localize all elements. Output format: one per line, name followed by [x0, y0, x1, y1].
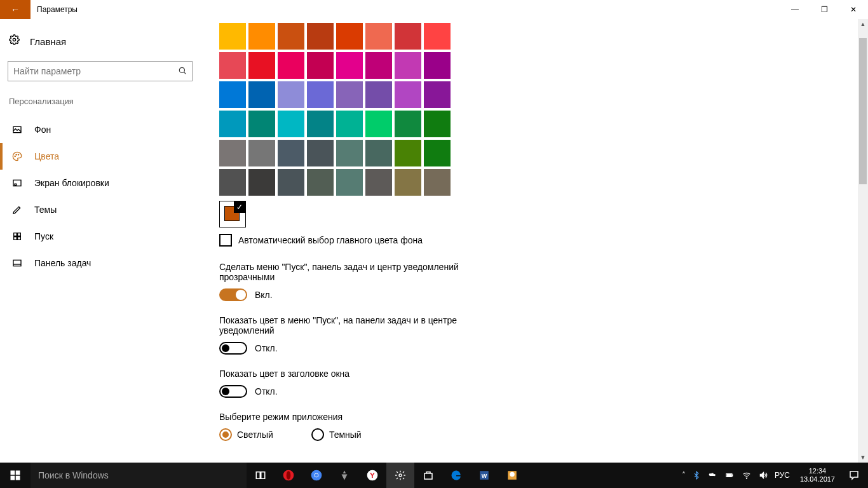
- taskbar-search[interactable]: Поиск в Windows: [31, 463, 247, 488]
- color-swatch[interactable]: [424, 169, 451, 196]
- app-mode-dark[interactable]: Темный: [311, 428, 362, 441]
- bluetooth-icon[interactable]: [692, 471, 701, 480]
- back-button[interactable]: ←: [0, 0, 31, 19]
- color-swatch[interactable]: [424, 23, 451, 50]
- color-swatch[interactable]: [395, 23, 421, 50]
- color-swatch[interactable]: [307, 169, 334, 196]
- battery-icon[interactable]: [724, 471, 735, 479]
- color-swatch[interactable]: [278, 81, 304, 108]
- color-swatch[interactable]: [365, 111, 392, 137]
- color-swatch[interactable]: [365, 81, 392, 108]
- palette-icon: [11, 151, 23, 162]
- search-box[interactable]: [8, 61, 193, 81]
- paint-icon[interactable]: [498, 463, 526, 488]
- search-input[interactable]: [13, 66, 178, 76]
- transparency-toggle[interactable]: [219, 288, 247, 301]
- checkbox-icon[interactable]: [219, 234, 232, 247]
- color-swatch[interactable]: [307, 23, 334, 50]
- notification-center-icon[interactable]: [840, 463, 868, 488]
- svg-rect-15: [11, 471, 15, 475]
- color-swatch[interactable]: [307, 52, 334, 79]
- color-swatch[interactable]: [395, 52, 421, 79]
- color-swatch[interactable]: [278, 140, 304, 166]
- home-link[interactable]: Главная: [0, 34, 200, 61]
- color-swatch[interactable]: [219, 23, 246, 50]
- home-label: Главная: [30, 36, 66, 47]
- scroll-down-icon[interactable]: ▼: [858, 452, 868, 463]
- wifi-icon[interactable]: [742, 471, 752, 480]
- svg-point-22: [287, 471, 291, 479]
- color-swatch[interactable]: [278, 169, 304, 196]
- color-swatch[interactable]: [248, 140, 275, 166]
- color-swatch[interactable]: [278, 111, 304, 137]
- nav-themes[interactable]: Темы: [0, 196, 200, 223]
- color-swatch[interactable]: [365, 140, 392, 166]
- volume-icon[interactable]: [758, 471, 768, 480]
- app-mode-light[interactable]: Светлый: [219, 428, 273, 441]
- onedrive-icon[interactable]: [707, 471, 717, 479]
- color-swatch[interactable]: [278, 23, 304, 50]
- color-swatch[interactable]: [424, 140, 451, 166]
- store-icon[interactable]: [414, 463, 442, 488]
- color-swatch[interactable]: [219, 111, 246, 137]
- show-color-title-toggle[interactable]: [219, 385, 247, 398]
- opera-icon[interactable]: [275, 463, 302, 488]
- color-swatch[interactable]: [424, 111, 451, 137]
- yandex-icon[interactable]: Y: [358, 463, 386, 488]
- scrollbar[interactable]: ▲ ▼: [858, 19, 868, 463]
- nav-start[interactable]: Пуск: [0, 223, 200, 250]
- nav-taskbar[interactable]: Панель задач: [0, 250, 200, 276]
- minimize-button[interactable]: —: [780, 0, 810, 19]
- nav-colors[interactable]: Цвета: [0, 143, 200, 170]
- color-swatch[interactable]: [248, 23, 275, 50]
- color-swatch[interactable]: [248, 52, 275, 79]
- start-button[interactable]: [0, 463, 31, 488]
- app-icon-1[interactable]: [330, 463, 358, 488]
- color-swatch[interactable]: [336, 111, 363, 137]
- color-swatch[interactable]: [365, 23, 392, 50]
- color-swatch[interactable]: [395, 111, 421, 137]
- edge-icon[interactable]: [442, 463, 470, 488]
- task-view-icon[interactable]: [247, 463, 275, 488]
- color-swatch[interactable]: [365, 169, 392, 196]
- color-swatch[interactable]: [336, 81, 363, 108]
- auto-color-checkbox-row[interactable]: Автоматический выбор главного цвета фона: [219, 234, 855, 247]
- svg-point-1: [179, 67, 184, 72]
- nav-lockscreen[interactable]: Экран блокировки: [0, 170, 200, 196]
- scroll-up-icon[interactable]: ▲: [858, 19, 868, 29]
- clock[interactable]: 12:34 13.04.2017: [795, 467, 840, 484]
- color-swatch[interactable]: [219, 140, 246, 166]
- color-swatch[interactable]: [336, 52, 363, 79]
- color-swatch[interactable]: [395, 140, 421, 166]
- color-swatch[interactable]: [424, 81, 451, 108]
- maximize-button[interactable]: ❐: [810, 0, 839, 19]
- tray-chevron-icon[interactable]: ˄: [682, 471, 686, 480]
- word-icon[interactable]: W: [470, 463, 498, 488]
- color-swatch[interactable]: [307, 140, 334, 166]
- color-swatch[interactable]: [336, 140, 363, 166]
- color-swatch[interactable]: [395, 81, 421, 108]
- color-swatch[interactable]: [248, 169, 275, 196]
- scroll-thumb[interactable]: [859, 38, 867, 184]
- color-swatch[interactable]: [307, 81, 334, 108]
- color-swatch[interactable]: [219, 169, 246, 196]
- selected-color-swatch[interactable]: ✓: [219, 201, 246, 227]
- close-button[interactable]: ✕: [839, 0, 868, 19]
- color-swatch[interactable]: [219, 81, 246, 108]
- color-swatch[interactable]: [336, 23, 363, 50]
- color-swatch[interactable]: [248, 81, 275, 108]
- color-swatch[interactable]: [248, 111, 275, 137]
- language-indicator[interactable]: РУС: [775, 471, 790, 480]
- color-swatch[interactable]: [424, 52, 451, 79]
- svg-point-32: [510, 472, 515, 477]
- settings-app-icon[interactable]: [386, 463, 414, 488]
- color-swatch[interactable]: [219, 52, 246, 79]
- color-swatch[interactable]: [336, 169, 363, 196]
- color-swatch[interactable]: [395, 169, 421, 196]
- color-swatch[interactable]: [307, 111, 334, 137]
- chrome-icon[interactable]: [302, 463, 330, 488]
- color-swatch[interactable]: [365, 52, 392, 79]
- nav-background[interactable]: Фон: [0, 116, 200, 143]
- color-swatch[interactable]: [278, 52, 304, 79]
- show-color-start-toggle[interactable]: [219, 342, 247, 355]
